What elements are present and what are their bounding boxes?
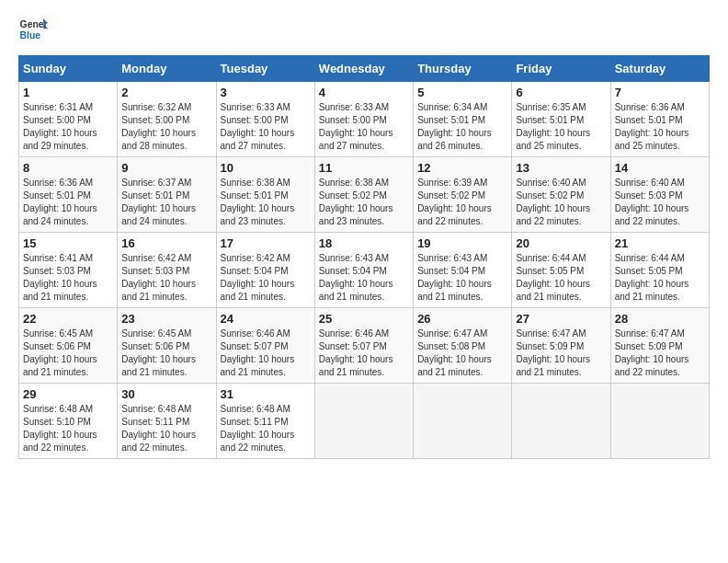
day-number: 16	[121, 236, 211, 250]
day-number: 26	[417, 312, 507, 326]
calendar-cell: 18 Sunrise: 6:43 AM Sunset: 5:04 PM Dayl…	[314, 233, 413, 308]
day-info: Sunrise: 6:37 AM Sunset: 5:01 PM Dayligh…	[121, 177, 211, 228]
day-info: Sunrise: 6:40 AM Sunset: 5:02 PM Dayligh…	[516, 177, 606, 228]
calendar-cell: 15 Sunrise: 6:41 AM Sunset: 5:03 PM Dayl…	[19, 233, 118, 308]
calendar-cell: 17 Sunrise: 6:42 AM Sunset: 5:04 PM Dayl…	[216, 233, 314, 308]
calendar-cell: 3 Sunrise: 6:33 AM Sunset: 5:00 PM Dayli…	[216, 82, 314, 157]
day-info: Sunrise: 6:47 AM Sunset: 5:09 PM Dayligh…	[516, 327, 606, 379]
svg-text:Blue: Blue	[20, 30, 41, 40]
day-info: Sunrise: 6:45 AM Sunset: 5:06 PM Dayligh…	[121, 327, 211, 379]
day-info: Sunrise: 6:38 AM Sunset: 5:01 PM Dayligh…	[221, 177, 311, 228]
day-info: Sunrise: 6:38 AM Sunset: 5:02 PM Dayligh…	[319, 177, 409, 228]
day-info: Sunrise: 6:39 AM Sunset: 5:02 PM Dayligh…	[417, 177, 507, 228]
logo: General Blue	[18, 15, 48, 44]
calendar-cell: 30 Sunrise: 6:48 AM Sunset: 5:11 PM Dayl…	[118, 384, 216, 459]
day-info: Sunrise: 6:36 AM Sunset: 5:01 PM Dayligh…	[23, 177, 113, 228]
calendar-cell: 7 Sunrise: 6:36 AM Sunset: 5:01 PM Dayli…	[610, 82, 709, 157]
day-info: Sunrise: 6:35 AM Sunset: 5:01 PM Dayligh…	[516, 101, 606, 153]
day-info: Sunrise: 6:34 AM Sunset: 5:01 PM Dayligh…	[417, 101, 507, 153]
day-number: 13	[516, 161, 606, 175]
day-number: 25	[319, 312, 409, 326]
day-number: 2	[121, 86, 211, 99]
logo-icon: General Blue	[18, 15, 48, 44]
day-number: 30	[121, 387, 211, 401]
calendar-cell: 27 Sunrise: 6:47 AM Sunset: 5:09 PM Dayl…	[512, 308, 610, 384]
day-info: Sunrise: 6:33 AM Sunset: 5:00 PM Dayligh…	[319, 101, 409, 153]
day-info: Sunrise: 6:33 AM Sunset: 5:00 PM Dayligh…	[221, 101, 311, 153]
day-number: 3	[221, 86, 311, 99]
day-number: 24	[221, 312, 311, 326]
calendar-cell: 4 Sunrise: 6:33 AM Sunset: 5:00 PM Dayli…	[314, 82, 413, 157]
day-number: 6	[516, 86, 606, 99]
day-number: 5	[417, 86, 507, 99]
calendar-cell: 24 Sunrise: 6:46 AM Sunset: 5:07 PM Dayl…	[216, 308, 314, 384]
weekday-header-thursday: Thursday	[414, 56, 512, 82]
day-number: 12	[417, 161, 507, 175]
calendar-cell: 26 Sunrise: 6:47 AM Sunset: 5:08 PM Dayl…	[414, 308, 512, 384]
day-info: Sunrise: 6:48 AM Sunset: 5:11 PM Dayligh…	[221, 403, 311, 454]
day-info: Sunrise: 6:42 AM Sunset: 5:04 PM Dayligh…	[221, 252, 311, 304]
calendar-cell: 23 Sunrise: 6:45 AM Sunset: 5:06 PM Dayl…	[118, 308, 216, 384]
day-number: 21	[615, 236, 705, 250]
calendar-body: 1 Sunrise: 6:31 AM Sunset: 5:00 PM Dayli…	[19, 82, 710, 459]
calendar-week-5: 29 Sunrise: 6:48 AM Sunset: 5:10 PM Dayl…	[19, 384, 710, 459]
calendar-cell: 20 Sunrise: 6:44 AM Sunset: 5:05 PM Dayl…	[512, 233, 610, 308]
day-number: 22	[23, 312, 113, 326]
weekday-header-row: SundayMondayTuesdayWednesdayThursdayFrid…	[19, 56, 710, 82]
day-number: 8	[23, 161, 113, 175]
calendar-cell: 16 Sunrise: 6:42 AM Sunset: 5:03 PM Dayl…	[118, 233, 216, 308]
weekday-header-saturday: Saturday	[610, 56, 709, 82]
day-info: Sunrise: 6:32 AM Sunset: 5:00 PM Dayligh…	[121, 101, 211, 153]
day-number: 28	[615, 312, 705, 326]
header: General Blue	[18, 15, 710, 44]
day-info: Sunrise: 6:31 AM Sunset: 5:00 PM Dayligh…	[23, 101, 113, 153]
day-info: Sunrise: 6:45 AM Sunset: 5:06 PM Dayligh…	[23, 327, 113, 379]
day-info: Sunrise: 6:36 AM Sunset: 5:01 PM Dayligh…	[615, 101, 705, 153]
calendar-cell: 1 Sunrise: 6:31 AM Sunset: 5:00 PM Dayli…	[19, 82, 118, 157]
calendar-cell: 25 Sunrise: 6:46 AM Sunset: 5:07 PM Dayl…	[314, 308, 413, 384]
day-info: Sunrise: 6:46 AM Sunset: 5:07 PM Dayligh…	[221, 327, 311, 379]
day-info: Sunrise: 6:47 AM Sunset: 5:09 PM Dayligh…	[615, 327, 705, 379]
day-number: 9	[121, 161, 211, 175]
calendar-cell: 9 Sunrise: 6:37 AM Sunset: 5:01 PM Dayli…	[118, 157, 216, 233]
day-number: 20	[516, 236, 606, 250]
calendar-cell: 8 Sunrise: 6:36 AM Sunset: 5:01 PM Dayli…	[19, 157, 118, 233]
day-info: Sunrise: 6:48 AM Sunset: 5:10 PM Dayligh…	[23, 403, 113, 454]
day-number: 27	[516, 312, 606, 326]
calendar-cell: 6 Sunrise: 6:35 AM Sunset: 5:01 PM Dayli…	[512, 82, 610, 157]
day-number: 1	[23, 86, 113, 99]
day-info: Sunrise: 6:44 AM Sunset: 5:05 PM Dayligh…	[615, 252, 705, 304]
weekday-header-tuesday: Tuesday	[216, 56, 314, 82]
calendar-week-2: 8 Sunrise: 6:36 AM Sunset: 5:01 PM Dayli…	[19, 157, 710, 233]
calendar-cell	[314, 384, 413, 459]
day-number: 10	[221, 161, 311, 175]
weekday-header-sunday: Sunday	[19, 56, 118, 82]
day-info: Sunrise: 6:44 AM Sunset: 5:05 PM Dayligh…	[516, 252, 606, 304]
weekday-header-monday: Monday	[118, 56, 216, 82]
day-number: 4	[319, 86, 409, 99]
calendar-week-4: 22 Sunrise: 6:45 AM Sunset: 5:06 PM Dayl…	[19, 308, 710, 384]
calendar-cell: 31 Sunrise: 6:48 AM Sunset: 5:11 PM Dayl…	[216, 384, 314, 459]
calendar-cell: 14 Sunrise: 6:40 AM Sunset: 5:03 PM Dayl…	[610, 157, 709, 233]
day-number: 7	[615, 86, 705, 99]
calendar-cell: 12 Sunrise: 6:39 AM Sunset: 5:02 PM Dayl…	[414, 157, 512, 233]
day-info: Sunrise: 6:47 AM Sunset: 5:08 PM Dayligh…	[417, 327, 507, 379]
calendar-cell	[414, 384, 512, 459]
calendar-week-3: 15 Sunrise: 6:41 AM Sunset: 5:03 PM Dayl…	[19, 233, 710, 308]
day-number: 14	[615, 161, 705, 175]
calendar-cell: 21 Sunrise: 6:44 AM Sunset: 5:05 PM Dayl…	[610, 233, 709, 308]
day-number: 18	[319, 236, 409, 250]
calendar-week-1: 1 Sunrise: 6:31 AM Sunset: 5:00 PM Dayli…	[19, 82, 710, 157]
calendar-cell: 2 Sunrise: 6:32 AM Sunset: 5:00 PM Dayli…	[118, 82, 216, 157]
calendar-cell: 13 Sunrise: 6:40 AM Sunset: 5:02 PM Dayl…	[512, 157, 610, 233]
calendar-cell	[512, 384, 610, 459]
page-container: General Blue SundayMondayTuesdayWednesda…	[0, 0, 728, 468]
day-info: Sunrise: 6:40 AM Sunset: 5:03 PM Dayligh…	[615, 177, 705, 228]
calendar-cell	[610, 384, 709, 459]
calendar-table: SundayMondayTuesdayWednesdayThursdayFrid…	[18, 55, 710, 459]
calendar-cell: 10 Sunrise: 6:38 AM Sunset: 5:01 PM Dayl…	[216, 157, 314, 233]
day-info: Sunrise: 6:43 AM Sunset: 5:04 PM Dayligh…	[417, 252, 507, 304]
day-number: 11	[319, 161, 409, 175]
day-info: Sunrise: 6:43 AM Sunset: 5:04 PM Dayligh…	[319, 252, 409, 304]
day-info: Sunrise: 6:48 AM Sunset: 5:11 PM Dayligh…	[121, 403, 211, 454]
